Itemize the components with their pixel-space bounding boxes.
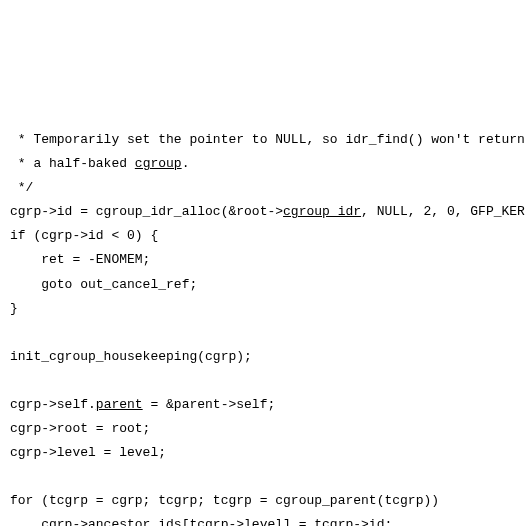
code-block: * Temporarily set the pointer to NULL, s…: [10, 104, 516, 526]
code-line: goto out_cancel_ref;: [10, 277, 197, 292]
code-line: cgrp->root = root;: [10, 421, 150, 436]
code-line: cgrp->id = cgroup_idr_alloc(&root->cgrou…: [10, 204, 526, 219]
code-line: ret = -ENOMEM;: [10, 252, 150, 267]
code-line: cgrp->ancestor_ids[tcgrp->level] = tcgrp…: [10, 517, 392, 526]
code-line: cgrp->self.parent = &parent->self;: [10, 397, 275, 412]
code-line: cgrp->level = level;: [10, 445, 166, 460]
code-line: init_cgroup_housekeeping(cgrp);: [10, 349, 252, 364]
underlined-text: cgroup_idr: [283, 204, 361, 219]
code-line: if (cgrp->id < 0) {: [10, 228, 158, 243]
underlined-text: cgroup: [135, 156, 182, 171]
code-line: for (tcgrp = cgrp; tcgrp; tcgrp = cgroup…: [10, 493, 439, 508]
underlined-text: parent: [96, 397, 143, 412]
code-line: * Temporarily set the pointer to NULL, s…: [10, 132, 525, 147]
code-line: * a half-baked cgroup.: [10, 156, 189, 171]
code-line: */: [10, 180, 33, 195]
code-line: }: [10, 301, 18, 316]
